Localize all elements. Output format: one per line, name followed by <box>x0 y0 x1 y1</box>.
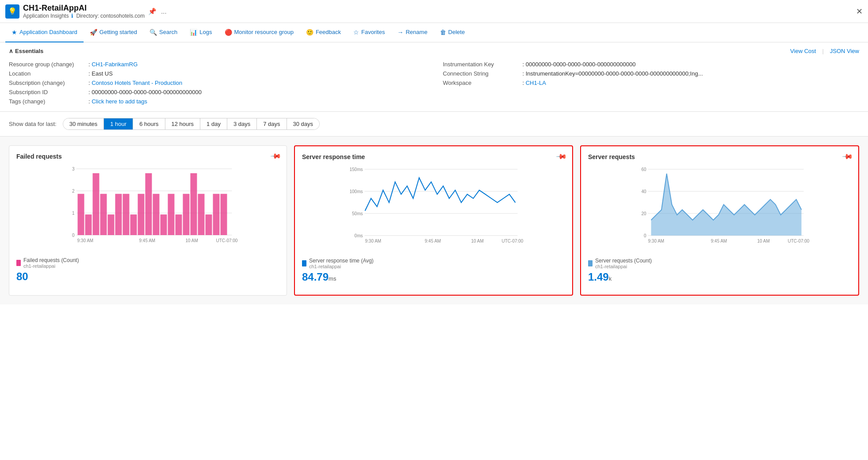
legend-sub: ch1-retailappai <box>309 264 374 269</box>
svg-text:9:45 AM: 9:45 AM <box>139 238 156 243</box>
nav-label-getting-started: Getting started <box>99 29 137 35</box>
chart-legend: Failed requests (Count) ch1-retailappai <box>16 257 279 269</box>
essentials-row: Location: East US <box>9 69 425 78</box>
svg-rect-10 <box>93 173 99 235</box>
chart-title: Server response time <box>302 153 565 160</box>
essentials-row: Tags (change): Click here to add tags <box>9 97 425 106</box>
essentials-value-link[interactable]: CH1-FabrikamRG <box>92 61 138 68</box>
nav-bar: ★Application Dashboard🚀Getting started🔍S… <box>0 23 868 42</box>
svg-text:9:45 AM: 9:45 AM <box>425 239 441 243</box>
time-pills: 30 minutes1 hour6 hours12 hours1 day3 da… <box>63 118 320 130</box>
legend-text: Server requests (Count) ch1-retailappai <box>595 258 652 269</box>
time-pill-30min[interactable]: 30 minutes <box>63 118 104 129</box>
more-button[interactable]: ... <box>161 8 167 15</box>
app-subtitle: Application Insights ℹ Directory: contos… <box>23 13 145 19</box>
legend-swatch <box>16 260 21 266</box>
nav-item-favorites[interactable]: ☆Favorites <box>347 23 391 42</box>
chart-metric: 80 <box>16 270 279 283</box>
essentials-value: InstrumentationKey=00000000-0000-0000-00… <box>526 70 703 77</box>
nav-icon-rename: → <box>397 29 403 36</box>
nav-item-logs[interactable]: 📊Logs <box>184 23 218 42</box>
essentials-value-link[interactable]: Click here to add tags <box>92 98 147 105</box>
time-pill-3days[interactable]: 3 days <box>227 118 257 129</box>
time-pill-1hr[interactable]: 1 hour <box>104 118 133 129</box>
title-info: CH1-RetailAppAI Application Insights ℹ D… <box>23 4 145 19</box>
essentials-actions: View Cost | JSON View <box>790 48 859 54</box>
nav-icon-delete: 🗑 <box>440 29 446 36</box>
essentials-value-link[interactable]: CH1-LA <box>526 80 546 86</box>
essentials-val: : CH1-LA <box>523 80 860 86</box>
svg-rect-11 <box>100 194 107 235</box>
pin-button[interactable]: 📌 <box>148 8 157 15</box>
essentials-val: : InstrumentationKey=00000000-0000-0000-… <box>523 70 860 77</box>
legend-swatch <box>302 260 306 266</box>
nav-label-logs: Logs <box>199 29 212 35</box>
svg-text:40: 40 <box>641 189 646 194</box>
svg-text:2: 2 <box>72 189 75 194</box>
info-icon: ℹ <box>71 13 73 19</box>
chart-title: Server requests <box>588 153 851 160</box>
svg-rect-14 <box>123 194 130 235</box>
essentials-row: Connection String: InstrumentationKey=00… <box>443 69 860 78</box>
chart-svg-wrap: 3210 9:30 AM 9:45 AM 10 AM UTC-07:00 <box>16 164 279 253</box>
essentials-left: Resource group (change): CH1-FabrikamRGL… <box>9 60 425 106</box>
svg-rect-20 <box>168 194 175 235</box>
nav-item-search[interactable]: 🔍Search <box>143 23 184 42</box>
subtitle-label: Application Insights <box>23 13 69 19</box>
chart-metric-unit: k <box>609 275 612 282</box>
nav-icon-feedback: 🙂 <box>306 29 314 36</box>
essentials-row: Subscription (change): Contoso Hotels Te… <box>9 78 425 87</box>
chart-legend: Server response time (Avg) ch1-retailapp… <box>302 258 565 269</box>
pin-icon[interactable]: 📌 <box>270 150 282 163</box>
essentials-row: Resource group (change): CH1-FabrikamRG <box>9 60 425 69</box>
essentials-value-link[interactable]: Contoso Hotels Tenant - Production <box>92 80 182 86</box>
svg-text:0: 0 <box>72 233 75 238</box>
app-icon: 💡 <box>5 4 19 19</box>
view-cost-link[interactable]: View Cost <box>790 48 816 54</box>
legend-label: Server response time (Avg) <box>309 258 374 264</box>
time-filter-label: Show data for last: <box>9 121 57 127</box>
essentials-row: Subscription ID: 00000000-0000-0000-0000… <box>9 87 425 97</box>
nav-item-monitor-rg[interactable]: 🔴Monitor resource group <box>218 23 300 42</box>
svg-text:UTC-07:00: UTC-07:00 <box>502 239 524 243</box>
title-actions: 📌 ... <box>148 8 167 15</box>
svg-rect-19 <box>161 214 167 235</box>
legend-label: Server requests (Count) <box>595 258 652 264</box>
time-pill-30days[interactable]: 30 days <box>287 118 320 129</box>
legend-text: Server response time (Avg) ch1-retailapp… <box>309 258 374 269</box>
svg-text:20: 20 <box>641 211 646 216</box>
svg-text:9:30 AM: 9:30 AM <box>77 238 94 243</box>
nav-label-app-dashboard: Application Dashboard <box>19 29 77 35</box>
nav-item-feedback[interactable]: 🙂Feedback <box>300 23 347 42</box>
time-pill-1day[interactable]: 1 day <box>200 118 227 129</box>
title-bar-left: 💡 CH1-RetailAppAI Application Insights ℹ… <box>5 4 167 19</box>
nav-icon-logs: 📊 <box>190 29 197 36</box>
nav-item-rename[interactable]: →Rename <box>391 23 433 42</box>
time-pill-12hr[interactable]: 12 hours <box>165 118 201 129</box>
nav-item-delete[interactable]: 🗑Delete <box>434 23 471 42</box>
collapse-icon[interactable]: ∧ <box>9 48 13 54</box>
chart-card-server-response-time: Server response time 📌 150ms100ms50ms0ms… <box>294 145 573 296</box>
svg-text:10 AM: 10 AM <box>186 238 198 243</box>
essentials-key: Subscription (change) <box>9 80 88 86</box>
legend-text: Failed requests (Count) ch1-retailappai <box>23 257 79 269</box>
nav-label-delete: Delete <box>448 29 465 35</box>
svg-rect-12 <box>108 214 115 235</box>
nav-icon-app-dashboard: ★ <box>11 29 17 36</box>
svg-rect-24 <box>198 194 205 235</box>
pin-icon[interactable]: 📌 <box>841 151 854 163</box>
essentials-value: East US <box>92 70 113 77</box>
nav-item-getting-started[interactable]: 🚀Getting started <box>84 23 143 42</box>
essentials-val: : 00000000-0000-0000-0000-000000000000 <box>523 61 860 68</box>
json-view-link[interactable]: JSON View <box>830 48 859 54</box>
time-pill-6hr[interactable]: 6 hours <box>133 118 165 129</box>
nav-icon-favorites: ☆ <box>353 29 359 36</box>
close-button[interactable]: ✕ <box>856 7 863 16</box>
pin-icon[interactable]: 📌 <box>555 151 568 163</box>
svg-rect-18 <box>153 194 160 235</box>
time-pill-7days[interactable]: 7 days <box>257 118 287 129</box>
essentials-key: Connection String <box>443 70 523 77</box>
essentials-val: : East US <box>88 70 425 77</box>
svg-rect-21 <box>176 214 182 235</box>
nav-item-app-dashboard[interactable]: ★Application Dashboard <box>5 23 84 42</box>
